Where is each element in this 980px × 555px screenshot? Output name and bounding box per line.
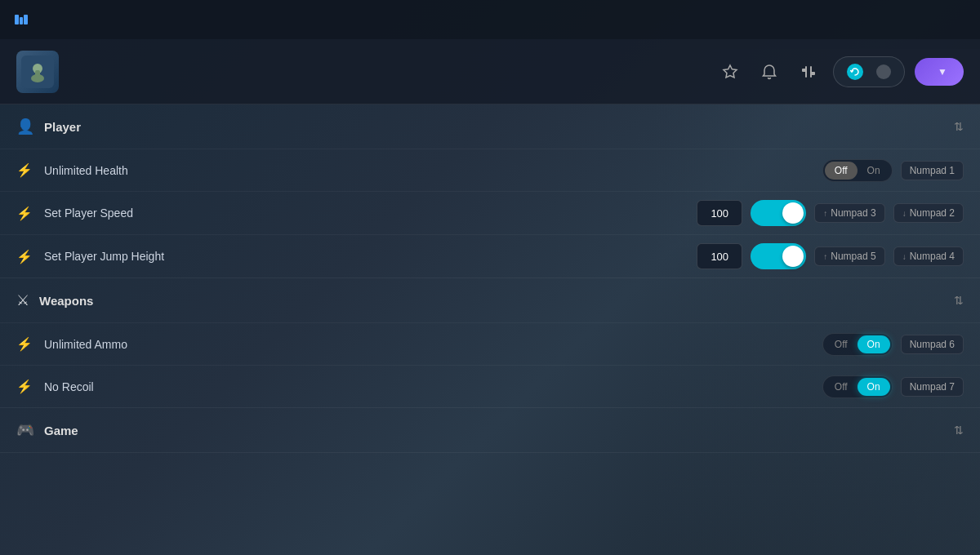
hotkey-down-badge-set-player-speed: ↓ Numpad 2 [893,203,964,223]
section-header-left-game: 🎮 Game [16,421,78,439]
window-controls [885,8,967,31]
app-logo-area [13,11,885,28]
section-title-game: Game [44,424,78,437]
maximize-button[interactable] [915,8,938,31]
main-content: 👤 Player ⇅ ⚡ Unlimited Health Off On Num… [0,104,980,555]
toggle-group-unlimited-ammo[interactable]: Off On [822,333,893,356]
favorite-button[interactable] [715,57,745,87]
section-weapons: ⚔ Weapons ⇅ ⚡ Unlimited Ammo Off On Nump… [0,278,980,408]
section-icon-weapons: ⚔ [16,291,29,309]
save-mods-info-badge[interactable] [876,64,891,79]
mod-icon-no-recoil: ⚡ [16,379,33,394]
minimize-button[interactable] [885,8,908,31]
mod-controls-set-player-jump-height: ↑ Numpad 5 ↓ Numpad 4 [697,243,964,269]
hotkey-down-arrow-set-player-speed: ↓ [902,209,906,218]
mod-controls-set-player-speed: ↑ Numpad 3 ↓ Numpad 2 [697,200,964,226]
section-game: 🎮 Game ⇅ [0,408,980,453]
hotkey-up-badge-set-player-jump-height: ↑ Numpad 5 [814,246,884,266]
svg-rect-1 [20,17,23,24]
svg-rect-2 [24,15,28,24]
play-chevron-icon: ▼ [938,66,947,78]
toggle-on-unlimited-health[interactable]: On [858,162,890,180]
section-title-weapons: Weapons [39,294,93,308]
sync-icon [847,64,863,80]
section-player: 👤 Player ⇅ ⚡ Unlimited Health Off On Num… [0,104,980,278]
section-icon-player: 👤 [16,118,34,135]
hotkey-up-arrow-set-player-jump-height: ↑ [823,252,827,261]
mod-name-set-player-jump-height: Set Player Jump Height [44,250,697,263]
title-bar [0,0,980,39]
close-button[interactable] [944,8,967,31]
hotkey-down-label-set-player-speed: Numpad 2 [910,207,955,219]
num-input-set-player-speed[interactable] [697,200,742,226]
mod-icon-set-player-speed: ⚡ [16,206,33,221]
section-title-player: Player [44,120,81,134]
hotkey-label-unlimited-health: Numpad 1 [910,165,955,176]
mod-controls-no-recoil: Off On Numpad 7 [822,375,964,398]
save-mods-button[interactable] [833,56,905,87]
hotkey-down-label-set-player-jump-height: Numpad 4 [910,251,955,262]
mod-row-no-recoil: ⚡ No Recoil Off On Numpad 7 [0,365,980,407]
mod-name-set-player-speed: Set Player Speed [44,206,697,220]
notifications-button[interactable] [755,57,784,87]
hotkey-badge-unlimited-ammo: Numpad 6 [901,335,964,354]
section-header-left-weapons: ⚔ Weapons [16,291,93,309]
svg-rect-10 [810,72,815,75]
mod-controls-unlimited-health: Off On Numpad 1 [822,159,964,182]
mod-controls-unlimited-ammo: Off On Numpad 6 [822,333,964,356]
mod-name-unlimited-health: Unlimited Health [44,164,822,177]
toggle-off-no-recoil[interactable]: Off [825,378,858,396]
svg-rect-9 [802,69,807,72]
hotkey-up-badge-set-player-speed: ↑ Numpad 3 [814,203,884,223]
svg-rect-0 [15,15,19,24]
svg-rect-6 [35,70,40,77]
section-header-left-player: 👤 Player [16,118,81,135]
mod-name-unlimited-ammo: Unlimited Ammo [44,338,822,351]
toggle-on-no-recoil[interactable]: On [858,378,890,396]
section-header-game[interactable]: 🎮 Game ⇅ [0,408,980,452]
mod-row-set-player-jump-height: ⚡ Set Player Jump Height ↑ Numpad 5 ↓ Nu… [0,234,980,278]
play-button[interactable]: ▼ [915,58,964,86]
num-input-set-player-jump-height[interactable] [697,243,742,269]
game-icon [16,51,59,93]
section-collapse-weapons[interactable]: ⇅ [954,294,964,307]
hotkey-down-badge-set-player-jump-height: ↓ Numpad 4 [893,246,964,266]
header-actions: ▼ [715,56,964,87]
hotkey-badge-no-recoil: Numpad 7 [901,377,964,397]
mod-icon-unlimited-health: ⚡ [16,162,33,178]
hotkey-up-arrow-set-player-speed: ↑ [823,209,827,218]
toggle-off-unlimited-health[interactable]: Off [825,162,858,180]
slider-toggle-set-player-speed[interactable] [751,200,806,226]
hotkey-label-no-recoil: Numpad 7 [910,381,955,393]
mod-icon-set-player-jump-height: ⚡ [16,249,33,264]
mod-row-unlimited-health: ⚡ Unlimited Health Off On Numpad 1 [0,149,980,191]
slider-toggle-set-player-jump-height[interactable] [751,243,806,269]
toggle-group-no-recoil[interactable]: Off On [822,375,893,398]
mod-row-set-player-speed: ⚡ Set Player Speed ↑ Numpad 3 ↓ Numpad 2 [0,191,980,234]
hotkey-badge-unlimited-health: Numpad 1 [901,161,964,180]
toggle-off-unlimited-ammo[interactable]: Off [825,335,858,353]
mod-row-unlimited-ammo: ⚡ Unlimited Ammo Off On Numpad 6 [0,322,980,365]
section-header-weapons[interactable]: ⚔ Weapons ⇅ [0,278,980,322]
slider-knob-set-player-speed [782,202,804,224]
hotkey-up-label-set-player-speed: Numpad 3 [831,207,875,219]
app-header: ▼ [0,39,980,104]
section-collapse-game[interactable]: ⇅ [954,424,964,437]
hotkey-down-arrow-set-player-jump-height: ↓ [902,252,906,261]
section-collapse-player[interactable]: ⇅ [954,120,964,133]
hotkey-up-label-set-player-jump-height: Numpad 5 [831,251,875,262]
toggle-group-unlimited-health[interactable]: Off On [822,159,893,182]
mod-icon-unlimited-ammo: ⚡ [16,336,33,352]
section-header-player[interactable]: 👤 Player ⇅ [0,104,980,149]
settings-button[interactable] [794,57,823,87]
section-icon-game: 🎮 [16,421,34,439]
hotkey-label-unlimited-ammo: Numpad 6 [910,339,955,350]
slider-knob-set-player-jump-height [782,246,804,267]
wemod-logo-icon [13,11,29,28]
mod-name-no-recoil: No Recoil [44,380,822,393]
toggle-on-unlimited-ammo[interactable]: On [858,335,890,353]
